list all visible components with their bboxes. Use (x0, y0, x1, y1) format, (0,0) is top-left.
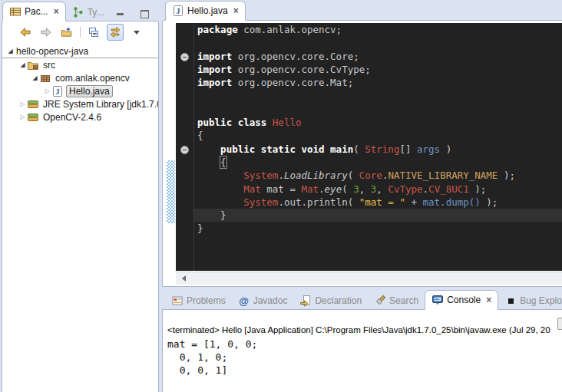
package-explorer-tree: ◢hello-opencv-java◢src◢com.anlak.opencv▷… (2, 41, 158, 124)
tree-expander-icon[interactable]: ▷ (18, 100, 27, 107)
console-tab-bug-explorer[interactable]: Bug Explorer (498, 292, 562, 310)
editor-gutter (176, 23, 194, 271)
horizontal-scrollbar[interactable] (176, 272, 562, 285)
tree-item-label: com.anlak.opencv (54, 73, 131, 84)
console-output[interactable]: mat = [1, 0, 0; 0, 1, 0; 0, 0, 1] (163, 334, 562, 377)
code-line: public class Hello (194, 116, 562, 129)
tree-item-label: hello-opencv-java (15, 46, 90, 57)
tree-expander-icon[interactable]: ◢ (31, 74, 39, 81)
tree-item-label: Hello.java (66, 85, 113, 97)
tab-label: Bug Explorer (520, 295, 562, 306)
code-line: Mat mat = Mat.eye( 3, 3, CvType.CV_8UC1 … (194, 183, 562, 196)
tab-label: Declaration (315, 295, 362, 306)
editor-tab-hello-java[interactable]: JHello.java× (165, 1, 246, 21)
tab-label: Console (447, 295, 481, 305)
editor-panel: package com.anlak.opencv;import org.open… (162, 20, 562, 287)
close-icon[interactable]: × (486, 295, 491, 305)
tree-item-jre-system-library-jdk1-7-0[interactable]: ▷JRE System Library [jdk1.7.0 (2, 97, 158, 110)
tree-expander-icon[interactable]: ◢ (18, 61, 27, 68)
fold-marker-icon[interactable] (180, 53, 189, 61)
console-title: <terminated> Hello [Java Application] C:… (163, 310, 562, 334)
tab-label: Search (389, 295, 418, 306)
tree-item-com-anlak-opencv[interactable]: ◢com.anlak.opencv (2, 71, 158, 84)
console-panel: <terminated> Hello [Java Application] C:… (162, 309, 562, 392)
maximize-button[interactable] (137, 6, 152, 21)
code-line (194, 89, 562, 102)
svg-text:J: J (56, 87, 60, 95)
range-indicator-column (166, 23, 176, 271)
library-icon (27, 111, 39, 124)
package-explorer-panel: ◢hello-opencv-java◢src◢com.anlak.opencv▷… (2, 21, 159, 392)
tree-item-hello-opencv-java[interactable]: ◢hello-opencv-java (2, 44, 158, 58)
editor-tabbar: JHello.java× (165, 2, 246, 21)
tree-item-src[interactable]: ◢src (2, 58, 158, 71)
collapse-all-icon (88, 26, 100, 38)
eclipse-workbench: Pac...×Ty... ◢hello-opencv-java◢src◢com.… (0, 0, 562, 392)
scroll-left-icon[interactable] (179, 275, 186, 282)
console-tab-problems[interactable]: Problems (165, 292, 232, 310)
code-line: import org.opencv.core.Core; (194, 50, 562, 63)
library-icon (27, 98, 39, 110)
tree-expander-icon[interactable]: ▷ (43, 87, 51, 94)
console-tab-console[interactable]: Console× (425, 290, 498, 310)
tree-expander-icon[interactable]: ▷ (18, 114, 27, 120)
javadoc-icon: @ (238, 295, 250, 307)
missing-icon (504, 295, 517, 307)
code-line: } (194, 209, 562, 222)
svg-text:J: J (177, 7, 180, 15)
view-window-controls (112, 6, 152, 21)
source-folder-icon (27, 59, 39, 71)
back-icon (19, 26, 31, 38)
tab-label: Problems (187, 295, 226, 306)
problems-icon (171, 295, 183, 307)
view-tab-pac[interactable]: Pac...× (2, 2, 66, 21)
view-menu-button[interactable] (129, 25, 144, 40)
console-tab-declaration[interactable]: Declaration (293, 292, 368, 310)
maximize-icon (138, 8, 150, 20)
tab-label: Hello.java (187, 5, 228, 16)
tree-item-hello-java[interactable]: ▷JHello.java (2, 84, 158, 97)
console-output-line: 0, 1, 0; (167, 351, 562, 364)
view-tab-ty[interactable]: Ty... (66, 3, 111, 21)
close-icon[interactable]: × (233, 6, 239, 15)
tree-item-label: src (41, 60, 57, 71)
tree-item-opencv-2-4-6[interactable]: ▷OpenCV-2.4.6 (2, 110, 158, 124)
forward-button[interactable] (38, 25, 54, 40)
tab-label: Ty... (88, 7, 104, 18)
console-output-line: 0, 0, 1] (167, 364, 562, 377)
package-icon (39, 72, 51, 84)
range-indicator (167, 160, 175, 223)
code-line: import org.opencv.core.Mat; (194, 76, 562, 89)
go-up-icon (61, 26, 73, 38)
code-area[interactable]: package com.anlak.opencv;import org.open… (194, 23, 562, 271)
fold-marker-icon[interactable] (180, 146, 189, 154)
view-menu-icon (131, 26, 143, 38)
package-explorer-icon (9, 5, 21, 18)
tree-item-label: JRE System Library [jdk1.7.0 (41, 99, 159, 110)
code-line: { (194, 156, 562, 169)
package-explorer-tabbar: Pac...×Ty... (2, 2, 110, 21)
toolbar-separator (80, 27, 81, 38)
type-hierarchy-icon (72, 6, 84, 18)
tree-item-label: OpenCV-2.4.6 (41, 112, 103, 123)
back-button[interactable] (18, 25, 33, 40)
tree-expander-icon[interactable]: ◢ (6, 48, 15, 54)
forward-icon (40, 26, 52, 38)
search-icon (374, 295, 386, 307)
collapse-all-button[interactable] (86, 25, 101, 40)
go-up-button[interactable] (59, 25, 74, 40)
code-line: public static void main( String[] args ) (194, 143, 562, 156)
code-line: { (194, 129, 562, 142)
declaration-icon (299, 295, 312, 307)
console-toolbar-button[interactable] (557, 318, 562, 330)
link-with-editor-icon (109, 26, 121, 38)
close-icon[interactable]: × (54, 7, 59, 16)
console-tab-search[interactable]: Search (368, 292, 425, 310)
console-tab-javadoc[interactable]: @Javadoc (232, 292, 294, 310)
package-explorer-toolbar (2, 23, 158, 41)
java-file-icon: J (51, 85, 64, 97)
code-line: System.LoadLibrary( Core.NATIVE_LIBRARY_… (194, 169, 562, 182)
code-line: import org.opencv.core.CvType; (194, 63, 562, 76)
minimize-button[interactable] (112, 6, 127, 21)
link-with-editor-button[interactable] (107, 24, 124, 41)
